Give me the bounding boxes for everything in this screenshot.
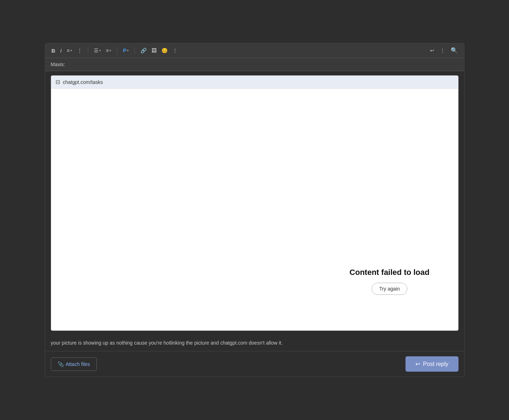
bold-button[interactable]: B [49, 47, 58, 55]
mention-label: Maxis: [51, 62, 65, 67]
more-insert-button[interactable]: ⋮ [170, 47, 180, 54]
text-color-button[interactable]: P ▾ [121, 47, 131, 54]
toolbar-right: ↩ ⋮ 🔍 [428, 46, 460, 55]
align-chevron-icon: ▾ [70, 49, 72, 52]
post-reply-button[interactable]: ↩ Post reply [405, 356, 458, 372]
more-right-icon: ⋮ [440, 48, 445, 53]
find-icon: 🔍 [451, 48, 458, 53]
find-button[interactable]: 🔍 [449, 46, 460, 55]
image-button[interactable]: 🖼 [149, 47, 159, 54]
toolbar-group-text: B I ≡ ▾ ⋮ [49, 47, 84, 55]
more-right-button[interactable]: ⋮ [438, 47, 447, 54]
image-icon: 🖼 [152, 48, 157, 53]
reply-arrow-icon: ↩ [415, 361, 420, 367]
toolbar-group-color: P ▾ [121, 47, 131, 54]
reply-text: your picture is showing up as nothing ca… [51, 339, 458, 347]
try-again-button[interactable]: Try again [372, 283, 407, 295]
more-text-icon: ⋮ [77, 48, 82, 53]
emoji-icon: 😊 [161, 48, 168, 53]
undo-icon: ↩ [430, 48, 434, 53]
list-chevron-icon: ▾ [99, 49, 101, 52]
paperclip-icon: 📎 [58, 361, 64, 367]
embed-url-bar: ⊟ chatgpt.com/tasks [51, 76, 458, 89]
indent-chevron-icon: ▾ [110, 49, 111, 52]
mention-bar: Maxis: [45, 58, 464, 71]
embed-content: Content failed to load Try again [51, 89, 458, 330]
embed-area: ⊟ chatgpt.com/tasks Content failed to lo… [45, 71, 464, 335]
embed-url-icon: ⊟ [55, 79, 60, 85]
link-icon: 🔗 [140, 48, 147, 53]
bottom-bar: 📎 Attach files ↩ Post reply [45, 351, 464, 377]
toolbar-separator-3 [134, 47, 135, 54]
attach-files-button[interactable]: 📎 Attach files [51, 357, 97, 371]
embed-frame: ⊟ chatgpt.com/tasks Content failed to lo… [51, 75, 458, 331]
list-button[interactable]: ☰ ▾ [92, 47, 103, 54]
italic-button[interactable]: I [58, 47, 64, 55]
more-insert-icon: ⋮ [173, 48, 177, 53]
toolbar-group-insert: 🔗 🖼 😊 ⋮ [138, 47, 180, 54]
align-button[interactable]: ≡ ▾ [65, 47, 74, 54]
editor-container: B I ≡ ▾ ⋮ ☰ ▾ ≡ ▾ P ▾ [45, 43, 465, 377]
color-chevron-icon: ▾ [127, 49, 129, 52]
toolbar-separator-2 [117, 47, 117, 54]
emoji-button[interactable]: 😊 [159, 47, 170, 54]
reply-text-area: your picture is showing up as nothing ca… [45, 335, 464, 351]
indent-button[interactable]: ≡ ▾ [104, 47, 113, 54]
toolbar-separator-1 [88, 47, 88, 54]
toolbar-group-list: ☰ ▾ ≡ ▾ [92, 47, 113, 54]
embed-url-text: chatgpt.com/tasks [63, 79, 103, 85]
link-button[interactable]: 🔗 [138, 47, 149, 54]
embed-error-title: Content failed to load [350, 268, 430, 277]
undo-button[interactable]: ↩ [428, 47, 436, 54]
toolbar: B I ≡ ▾ ⋮ ☰ ▾ ≡ ▾ P ▾ [45, 43, 464, 58]
embed-error-block: Content failed to load Try again [350, 268, 430, 295]
more-text-button[interactable]: ⋮ [75, 47, 84, 54]
